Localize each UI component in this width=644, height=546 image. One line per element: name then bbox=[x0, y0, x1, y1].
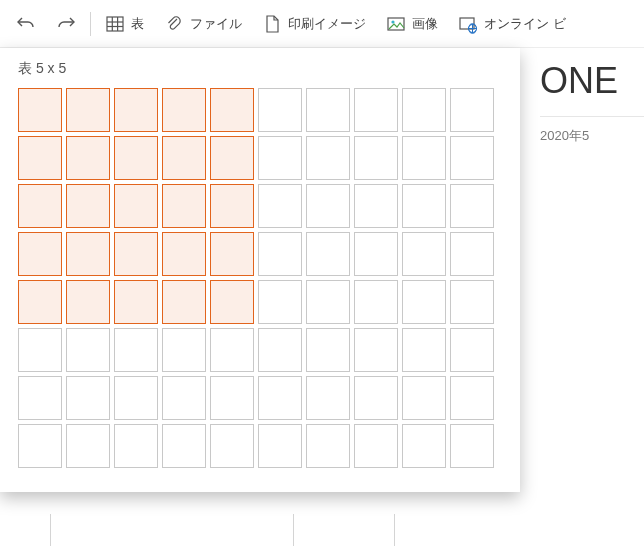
table-grid-cell[interactable] bbox=[306, 328, 350, 372]
table-grid-cell[interactable] bbox=[162, 376, 206, 420]
table-grid-cell[interactable] bbox=[258, 88, 302, 132]
table-grid-cell[interactable] bbox=[66, 376, 110, 420]
table-grid-cell[interactable] bbox=[114, 376, 158, 420]
table-grid-cell[interactable] bbox=[18, 136, 62, 180]
table-grid-cell[interactable] bbox=[66, 232, 110, 276]
table-grid-cell[interactable] bbox=[354, 424, 398, 468]
table-grid-cell[interactable] bbox=[354, 280, 398, 324]
table-grid-cell[interactable] bbox=[402, 232, 446, 276]
table-grid-cell[interactable] bbox=[354, 136, 398, 180]
table-grid-cell[interactable] bbox=[258, 184, 302, 228]
table-grid-cell[interactable] bbox=[210, 232, 254, 276]
background-table-fragment bbox=[50, 514, 610, 546]
table-grid-cell[interactable] bbox=[450, 136, 494, 180]
image-button[interactable]: 画像 bbox=[376, 8, 448, 40]
table-grid-cell[interactable] bbox=[114, 424, 158, 468]
table-grid-cell[interactable] bbox=[402, 328, 446, 372]
paperclip-icon bbox=[164, 14, 184, 34]
table-grid-cell[interactable] bbox=[450, 328, 494, 372]
table-grid-cell[interactable] bbox=[402, 376, 446, 420]
table-grid-cell[interactable] bbox=[210, 88, 254, 132]
table-grid-cell[interactable] bbox=[258, 376, 302, 420]
table-grid-cell[interactable] bbox=[306, 184, 350, 228]
table-grid-cell[interactable] bbox=[258, 424, 302, 468]
redo-button[interactable] bbox=[46, 8, 86, 40]
table-grid-cell[interactable] bbox=[114, 184, 158, 228]
table-grid-cell[interactable] bbox=[114, 232, 158, 276]
table-grid-cell[interactable] bbox=[354, 328, 398, 372]
file-label: ファイル bbox=[190, 15, 242, 33]
table-grid-cell[interactable] bbox=[114, 88, 158, 132]
image-icon bbox=[386, 14, 406, 34]
table-grid-cell[interactable] bbox=[18, 376, 62, 420]
table-grid-cell[interactable] bbox=[114, 280, 158, 324]
table-grid-cell[interactable] bbox=[18, 88, 62, 132]
table-grid-cell[interactable] bbox=[162, 232, 206, 276]
page-title[interactable]: ONE bbox=[540, 60, 644, 102]
table-grid-cell[interactable] bbox=[306, 424, 350, 468]
table-grid-cell[interactable] bbox=[210, 136, 254, 180]
table-grid-cell[interactable] bbox=[210, 376, 254, 420]
table-grid-cell[interactable] bbox=[402, 280, 446, 324]
table-grid-cell[interactable] bbox=[354, 376, 398, 420]
table-grid-cell[interactable] bbox=[66, 328, 110, 372]
table-grid-cell[interactable] bbox=[258, 232, 302, 276]
table-size-grid[interactable] bbox=[18, 88, 502, 468]
table-grid-cell[interactable] bbox=[162, 136, 206, 180]
table-grid-cell[interactable] bbox=[162, 184, 206, 228]
table-grid-cell[interactable] bbox=[306, 376, 350, 420]
table-grid-cell[interactable] bbox=[162, 328, 206, 372]
table-grid-cell[interactable] bbox=[162, 424, 206, 468]
online-video-icon bbox=[458, 14, 478, 34]
table-grid-cell[interactable] bbox=[18, 184, 62, 228]
table-grid-cell[interactable] bbox=[450, 424, 494, 468]
svg-point-6 bbox=[391, 20, 394, 23]
table-grid-cell[interactable] bbox=[450, 184, 494, 228]
table-grid-cell[interactable] bbox=[210, 280, 254, 324]
table-grid-cell[interactable] bbox=[450, 376, 494, 420]
ribbon-divider bbox=[90, 12, 91, 36]
table-grid-cell[interactable] bbox=[66, 184, 110, 228]
table-grid-cell[interactable] bbox=[402, 184, 446, 228]
table-grid-cell[interactable] bbox=[402, 136, 446, 180]
table-grid-cell[interactable] bbox=[306, 280, 350, 324]
undo-button[interactable] bbox=[6, 8, 46, 40]
table-grid-cell[interactable] bbox=[18, 280, 62, 324]
table-grid-cell[interactable] bbox=[162, 88, 206, 132]
table-grid-cell[interactable] bbox=[66, 424, 110, 468]
table-grid-cell[interactable] bbox=[114, 328, 158, 372]
table-grid-cell[interactable] bbox=[354, 184, 398, 228]
table-icon bbox=[105, 14, 125, 34]
table-grid-cell[interactable] bbox=[450, 88, 494, 132]
ribbon-toolbar: 表 ファイル 印刷イメージ 画像 オンライン ビ bbox=[0, 0, 644, 48]
table-grid-cell[interactable] bbox=[450, 280, 494, 324]
table-grid-cell[interactable] bbox=[402, 88, 446, 132]
online-video-button[interactable]: オンライン ビ bbox=[448, 8, 576, 40]
table-grid-cell[interactable] bbox=[450, 232, 494, 276]
table-button[interactable]: 表 bbox=[95, 8, 154, 40]
table-grid-cell[interactable] bbox=[354, 232, 398, 276]
table-grid-cell[interactable] bbox=[354, 88, 398, 132]
table-grid-cell[interactable] bbox=[306, 88, 350, 132]
image-label: 画像 bbox=[412, 15, 438, 33]
table-grid-cell[interactable] bbox=[66, 280, 110, 324]
page-date: 2020年5 bbox=[540, 116, 644, 145]
table-grid-cell[interactable] bbox=[258, 280, 302, 324]
table-grid-cell[interactable] bbox=[306, 232, 350, 276]
table-grid-cell[interactable] bbox=[162, 280, 206, 324]
table-grid-cell[interactable] bbox=[402, 424, 446, 468]
table-grid-cell[interactable] bbox=[210, 424, 254, 468]
table-grid-cell[interactable] bbox=[66, 136, 110, 180]
file-button[interactable]: ファイル bbox=[154, 8, 252, 40]
table-grid-cell[interactable] bbox=[210, 328, 254, 372]
table-grid-cell[interactable] bbox=[18, 424, 62, 468]
print-preview-button[interactable]: 印刷イメージ bbox=[252, 8, 376, 40]
table-grid-cell[interactable] bbox=[210, 184, 254, 228]
table-grid-cell[interactable] bbox=[114, 136, 158, 180]
table-grid-cell[interactable] bbox=[258, 136, 302, 180]
table-grid-cell[interactable] bbox=[306, 136, 350, 180]
table-grid-cell[interactable] bbox=[18, 232, 62, 276]
table-grid-cell[interactable] bbox=[258, 328, 302, 372]
table-grid-cell[interactable] bbox=[18, 328, 62, 372]
table-grid-cell[interactable] bbox=[66, 88, 110, 132]
